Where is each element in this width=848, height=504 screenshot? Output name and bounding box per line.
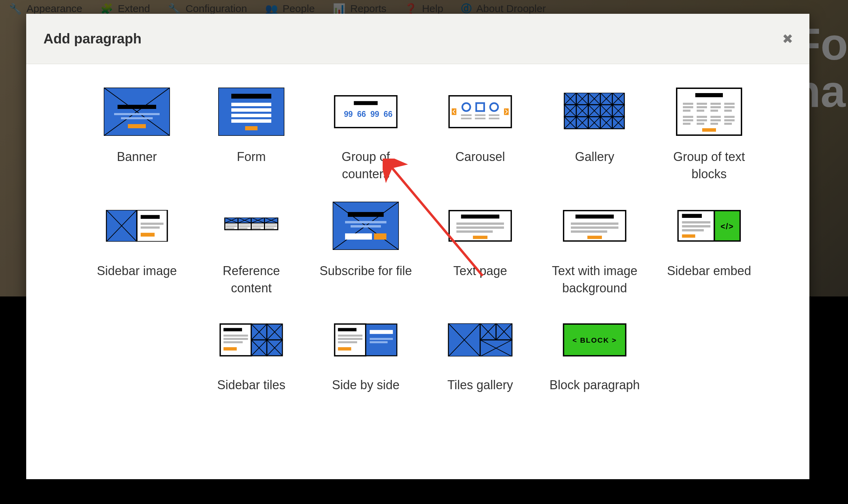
svg-text:99: 99 [344, 110, 353, 119]
svg-rect-84 [697, 110, 704, 112]
svg-rect-125 [239, 228, 248, 229]
paragraph-type-form[interactable]: Form [196, 85, 307, 186]
close-button[interactable]: ✖ [780, 31, 796, 47]
svg-rect-116 [226, 224, 237, 225]
paragraph-type-banner[interactable]: Banner [81, 85, 192, 186]
paragraph-label: Tiles gallery [447, 376, 513, 394]
svg-rect-110 [141, 226, 160, 229]
svg-rect-156 [571, 222, 618, 225]
paragraph-type-sidebar-embed[interactable]: </> Sidebar embed [654, 199, 765, 300]
svg-rect-144 [345, 221, 386, 223]
svg-rect-26 [461, 114, 472, 116]
form-thumb [218, 88, 284, 136]
svg-rect-87 [710, 110, 718, 112]
svg-rect-150 [456, 222, 504, 225]
svg-rect-86 [710, 106, 721, 108]
svg-rect-103 [702, 128, 716, 132]
paragraph-type-group-of-counters[interactable]: 99669966 Group of counters [310, 85, 421, 186]
paragraph-type-text-with-image-background[interactable]: Text with image background [539, 199, 650, 300]
paragraph-label: Group of text blocks [661, 148, 757, 183]
side-by-side-thumb [333, 316, 399, 364]
svg-rect-143 [348, 212, 384, 217]
sidebar-embed-thumb: </> [676, 202, 742, 250]
paragraph-type-tiles-gallery[interactable]: Tiles gallery [425, 313, 536, 396]
paragraph-label: Form [237, 148, 266, 165]
svg-rect-146 [345, 233, 372, 240]
sidebar-tiles-thumb [218, 316, 284, 364]
carousel-thumb [447, 88, 513, 136]
svg-rect-101 [724, 119, 735, 121]
svg-rect-193 [370, 330, 393, 334]
svg-rect-188 [338, 334, 362, 336]
paragraph-label: Sidebar image [97, 262, 177, 280]
paragraph-type-grid: Banner Form 99669966 Group of counters [81, 85, 765, 396]
paragraph-type-reference-content[interactable]: Reference content [196, 199, 307, 300]
subscribe-thumb [333, 202, 399, 250]
svg-rect-9 [231, 103, 271, 106]
add-paragraph-modal: Add paragraph ✖ Banner Form [26, 14, 809, 479]
svg-rect-78 [695, 93, 723, 97]
modal-header: Add paragraph ✖ [26, 14, 809, 64]
svg-rect-90 [724, 110, 732, 112]
paragraph-type-gallery[interactable]: Gallery [539, 85, 650, 186]
svg-rect-189 [338, 338, 362, 340]
svg-rect-95 [697, 119, 707, 121]
paragraph-type-block-paragraph[interactable]: < BLOCK > Block paragraph [539, 313, 650, 396]
sidebar-image-thumb [104, 202, 170, 250]
svg-rect-27 [461, 118, 472, 119]
svg-rect-117 [226, 226, 237, 227]
svg-rect-170 [223, 334, 248, 336]
svg-rect-21 [452, 108, 456, 115]
svg-rect-94 [697, 116, 707, 118]
svg-rect-187 [338, 328, 356, 331]
text-page-thumb [447, 202, 513, 250]
paragraph-type-sidebar-image[interactable]: Sidebar image [81, 199, 192, 300]
svg-text:66: 66 [357, 110, 366, 119]
svg-rect-130 [252, 224, 263, 225]
paragraph-label: Text page [453, 262, 507, 280]
paragraph-label: Sidebar tiles [217, 376, 285, 394]
paragraph-type-sidebar-tiles[interactable]: Sidebar tiles [196, 313, 307, 396]
svg-rect-158 [571, 230, 607, 233]
paragraph-type-side-by-side[interactable]: Side by side [310, 313, 421, 396]
svg-rect-153 [473, 236, 487, 239]
svg-rect-118 [226, 228, 234, 229]
svg-rect-137 [266, 224, 277, 225]
paragraph-type-subscribe-for-file[interactable]: Subscribe for file [310, 199, 421, 300]
close-icon: ✖ [782, 31, 793, 47]
paragraph-label: Banner [117, 148, 157, 165]
counters-thumb: 99669966 [333, 88, 399, 136]
svg-rect-147 [374, 233, 386, 240]
svg-rect-89 [724, 106, 735, 108]
svg-rect-10 [231, 108, 271, 112]
text-bg-thumb [562, 202, 628, 250]
svg-rect-164 [682, 229, 704, 231]
svg-rect-11 [231, 114, 271, 117]
svg-rect-81 [683, 110, 690, 112]
svg-rect-161 [682, 214, 702, 218]
gallery-thumb [562, 88, 628, 136]
svg-rect-6 [128, 124, 146, 128]
svg-rect-163 [682, 225, 710, 228]
svg-rect-157 [571, 226, 618, 229]
svg-rect-194 [370, 338, 393, 340]
text-blocks-thumb [676, 88, 742, 136]
reference-thumb [218, 202, 284, 250]
modal-body-scroll[interactable]: Banner Form 99669966 Group of counters [26, 64, 809, 479]
svg-rect-124 [239, 226, 250, 227]
svg-rect-151 [456, 226, 504, 229]
paragraph-label: Block paragraph [549, 376, 640, 394]
svg-rect-8 [231, 94, 271, 99]
svg-rect-92 [683, 119, 693, 121]
paragraph-type-text-page[interactable]: Text page [425, 199, 536, 300]
paragraph-type-group-of-text-blocks[interactable]: Group of text blocks [654, 85, 765, 186]
svg-rect-102 [724, 123, 732, 125]
paragraph-label: Text with image background [546, 262, 643, 297]
paragraph-type-carousel[interactable]: Carousel [425, 85, 536, 186]
svg-rect-109 [141, 223, 163, 225]
banner-thumb [104, 88, 170, 136]
svg-rect-172 [223, 341, 243, 343]
svg-rect-31 [489, 118, 499, 119]
paragraph-label: Side by side [332, 376, 400, 394]
svg-rect-3 [118, 105, 156, 109]
